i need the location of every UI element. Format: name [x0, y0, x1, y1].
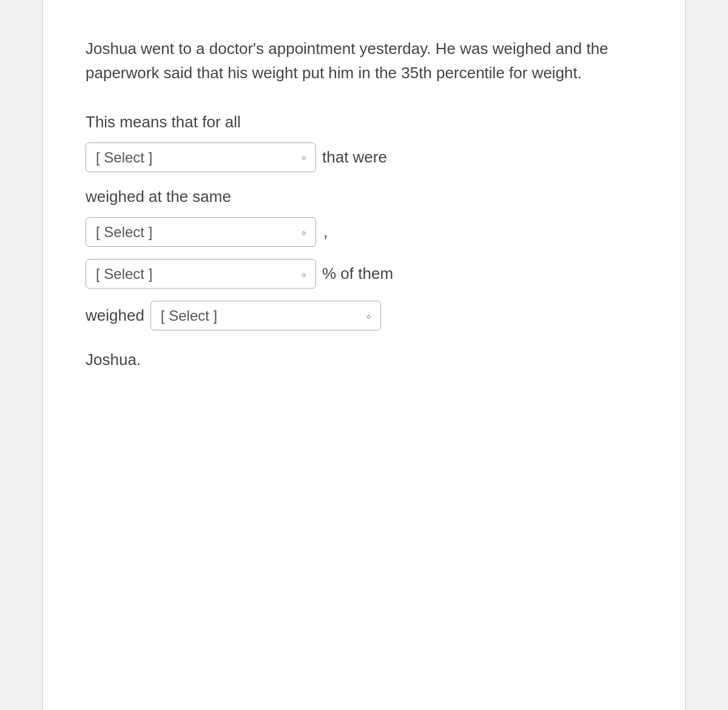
dropdown-3[interactable]: [ Select ] 35 65 50	[96, 266, 291, 282]
comma-label: ,	[323, 223, 328, 241]
label-that-were: that were	[322, 148, 387, 167]
sentence-intro: This means that for all	[86, 110, 642, 134]
label-weighed: weighed	[86, 306, 144, 325]
dropdown-1[interactable]: [ Select ] boys girls children	[96, 149, 291, 166]
chevron-down-icon-4: ⬦	[366, 310, 372, 321]
chevron-down-icon-3: ⬦	[301, 269, 307, 280]
page-container: Joshua went to a doctor's appointment ye…	[42, 0, 686, 710]
label-percent-of-them: % of them	[322, 264, 393, 283]
chevron-down-icon-1: ⬦	[301, 152, 307, 162]
dropdown-2-wrapper[interactable]: [ Select ] time age height ⬦	[86, 217, 316, 247]
sentence-row-4: weighed [ Select ] more than less than t…	[86, 301, 642, 330]
sentence-row-1: [ Select ] boys girls children ⬦ that we…	[86, 142, 642, 172]
label-weighed-at-same: weighed at the same	[86, 184, 642, 209]
sentence-row-3: [ Select ] 35 65 50 ⬦ % of them	[86, 259, 642, 289]
final-text: Joshua.	[86, 347, 642, 372]
dropdown-3-wrapper[interactable]: [ Select ] 35 65 50 ⬦	[86, 259, 316, 289]
dropdown-4-wrapper[interactable]: [ Select ] more than less than the same …	[150, 301, 381, 330]
passage-text: Joshua went to a doctor's appointment ye…	[86, 36, 642, 85]
dropdown-4[interactable]: [ Select ] more than less than the same …	[161, 307, 356, 324]
sentence-row-2: [ Select ] time age height ⬦ ,	[86, 217, 642, 247]
dropdown-1-wrapper[interactable]: [ Select ] boys girls children ⬦	[86, 142, 316, 172]
chevron-down-icon-2: ⬦	[301, 227, 307, 238]
dropdown-2[interactable]: [ Select ] time age height	[96, 224, 291, 240]
